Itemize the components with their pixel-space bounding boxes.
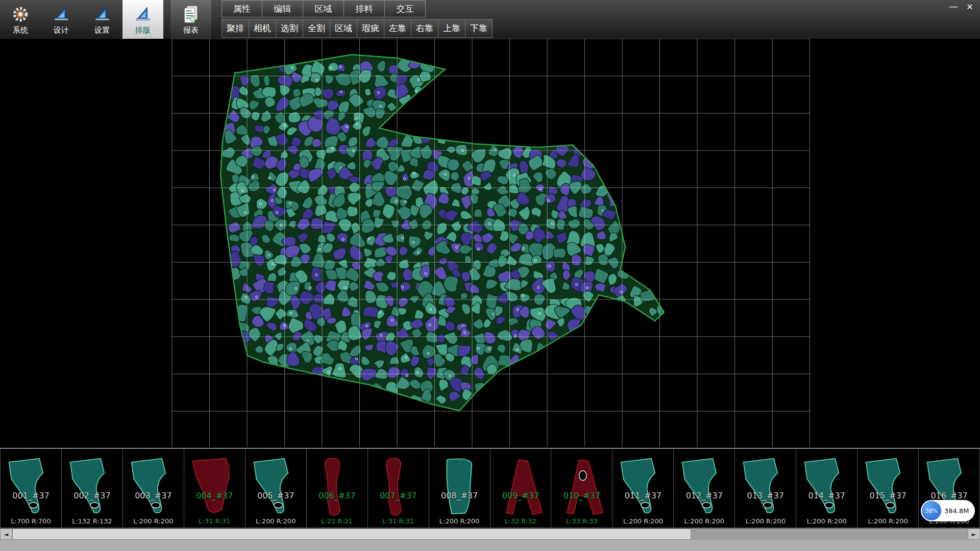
scrollbar-thumb[interactable] [12,529,691,540]
part-shape [491,449,551,528]
window-bottom-frame [0,540,980,551]
part-shape [184,449,245,528]
set-square-icon [51,4,72,24]
part-shape [62,449,122,528]
part-thumbnail[interactable]: 011_#37L:200 R:200 [612,448,674,528]
application-window: 系统设计设置排版报表 属性编辑区域排料交互 聚排相机选割全割区域瑕疵左靠右靠上靠… [0,0,980,551]
tool-button-8[interactable]: 右靠 [411,19,438,38]
app-button-report[interactable]: 报表 [170,0,211,39]
part-thumbnail[interactable]: 012_#37L:200 R:200 [674,448,735,528]
menu-tab-2[interactable]: 编辑 [262,0,303,17]
part-thumbnail[interactable]: 013_#37L:200 R:200 [735,448,796,528]
memory-progress-indicator: 38% 384.8M [921,500,975,521]
scroll-left-arrow[interactable]: ◄ [0,529,12,540]
nesting-drawing [0,39,980,448]
tool-button-9[interactable]: 上靠 [438,19,465,38]
part-thumbnail[interactable]: 002_#37L:132 R:132 [62,448,123,528]
horizontal-scrollbar[interactable]: ◄ ► [0,529,980,540]
menu-tab-4[interactable]: 排料 [344,0,385,17]
menu-tab-3[interactable]: 区域 [303,0,344,17]
scrollbar-track[interactable] [12,529,968,540]
part-shape [307,449,368,528]
part-thumbnail[interactable]: 003_#37L:200 R:200 [123,448,184,528]
parts-tray: 001_#37L:700 R:700002_#37L:132 R:132003_… [0,448,980,529]
tool-button-5[interactable]: 区域 [330,19,357,38]
part-shape [612,449,673,528]
tool-button-10[interactable]: 下靠 [465,19,493,38]
part-thumbnail[interactable]: 014_#37L:200 R:200 [796,448,857,528]
ribbon: 系统设计设置排版报表 属性编辑区域排料交互 聚排相机选割全割区域瑕疵左靠右靠上靠… [0,0,980,39]
part-thumbnail[interactable]: 006_#37L:21 R:21 [307,448,368,528]
part-thumbnail[interactable]: 001_#37L:700 R:700 [0,448,62,528]
part-shape [796,449,857,528]
app-button-bar: 系统设计设置排版报表 [0,0,211,39]
part-thumbnail[interactable]: 004_#37L:31 R:31 [184,448,246,528]
app-button-nesting[interactable]: 排版 [122,0,163,39]
part-shape [857,449,918,528]
report-icon [180,4,202,24]
minimize-button[interactable]: — [945,0,962,13]
menu-tab-5[interactable]: 交互 [385,0,426,17]
part-thumbnail[interactable]: 005_#37L:200 R:200 [246,448,307,528]
scroll-right-arrow[interactable]: ► [968,529,980,540]
tool-button-row: 聚排相机选割全割区域瑕疵左靠右靠上靠下靠 [222,18,493,38]
menu-area: 属性编辑区域排料交互 聚排相机选割全割区域瑕疵左靠右靠上靠下靠 [222,0,493,39]
app-button-label: 报表 [183,26,199,35]
part-shape [674,449,734,528]
set-square-icon [132,4,154,24]
part-shape [246,449,306,528]
tool-button-4[interactable]: 全割 [303,19,330,38]
tool-button-2[interactable]: 相机 [249,19,276,38]
app-button-label: 系统 [13,26,28,35]
set-square-icon [91,4,113,24]
app-button-label: 设计 [54,26,69,35]
menu-tab-row: 属性编辑区域排料交互 [222,0,493,17]
part-shape [429,449,490,528]
part-thumbnail[interactable]: 008_#37L:200 R:200 [429,448,491,528]
nesting-canvas[interactable] [0,39,980,448]
part-thumbnail[interactable]: 009_#37L:32 R:32 [491,448,552,528]
gear-icon [10,4,31,24]
part-shape [551,449,612,528]
part-thumbnail[interactable]: 007_#37L:31 R:31 [368,448,429,528]
tool-button-7[interactable]: 左靠 [384,19,411,38]
app-button-system[interactable]: 系统 [0,0,41,39]
memory-usage-label: 384.8M [944,507,969,515]
part-shape [368,449,429,528]
window-controls: — ✕ [945,0,978,13]
part-thumbnail[interactable]: 015_#37L:200 R:200 [857,448,919,528]
menu-tab-1[interactable]: 属性 [222,0,262,17]
part-shape [735,449,796,528]
app-button-setup[interactable]: 设置 [82,0,122,39]
app-button-label: 设置 [94,26,110,35]
part-thumbnail[interactable]: 010_#37L:33 R:33 [551,448,612,528]
part-shape [1,449,61,528]
app-button-label: 排版 [135,26,151,35]
progress-percent-badge: 38% [922,501,941,520]
close-button[interactable]: ✕ [962,0,978,13]
tool-button-1[interactable]: 聚排 [222,19,249,38]
app-button-design[interactable]: 设计 [41,0,82,39]
tool-button-6[interactable]: 瑕疵 [357,19,384,38]
part-shape [123,449,184,528]
tool-button-3[interactable]: 选割 [276,19,303,38]
